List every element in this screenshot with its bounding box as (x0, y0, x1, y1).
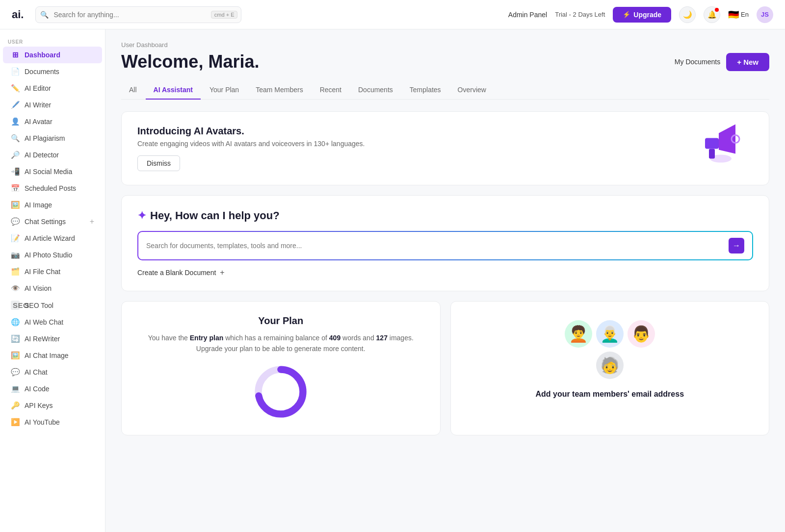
tab-recent[interactable]: Recent (312, 81, 349, 100)
sidebar-item-label: AI Avatar (25, 118, 94, 126)
sidebar-item-label: AI Article Wizard (25, 234, 94, 242)
tab-ai-assistant[interactable]: AI Assistant (146, 81, 201, 100)
my-documents-button[interactable]: My Documents (675, 58, 720, 66)
tabs-bar: All AI Assistant Your Plan Team Members … (121, 81, 769, 100)
sidebar-item-ai-writer[interactable]: 🖊️ AI Writer (3, 97, 102, 113)
tab-all[interactable]: All (121, 81, 145, 100)
notification-dot (715, 8, 719, 12)
user-avatar-button[interactable]: JS (757, 6, 773, 23)
main-content: User Dashboard Welcome, Maria. My Docume… (105, 29, 785, 532)
ai-rewriter-icon: 🔄 (11, 334, 20, 343)
sidebar-item-chat-settings[interactable]: 💬 Chat Settings + (3, 213, 102, 230)
assistant-search-input[interactable] (146, 242, 729, 250)
logo: ai. (12, 8, 24, 21)
sidebar-item-label: AI Writer (25, 101, 94, 109)
seo-tool-icon: SEO (11, 301, 20, 310)
tab-overview[interactable]: Overview (450, 81, 494, 100)
sidebar-item-label: AI Code (25, 385, 94, 393)
admin-panel-link[interactable]: Admin Panel (508, 11, 547, 19)
sidebar-item-label: Dashboard (25, 51, 94, 59)
app-root: ai. 🔍 cmd + E Admin Panel Trial - 2 Days… (0, 0, 785, 532)
assistant-search-bar: → (137, 231, 753, 260)
create-blank-label: Create a Blank Document (137, 269, 216, 277)
sidebar-item-ai-code[interactable]: 💻 AI Code (3, 380, 102, 397)
sidebar-item-ai-file-chat[interactable]: 🗂️ AI File Chat (3, 263, 102, 280)
page-title: Welcome, Maria. (121, 51, 675, 72)
sidebar-item-ai-chat-image[interactable]: 🖼️ AI Chat Image (3, 347, 102, 364)
ai-editor-icon: ✏️ (11, 84, 20, 93)
banner-desc: Create engaging videos with AI avatars a… (137, 140, 753, 148)
svg-marker-2 (719, 124, 735, 153)
sidebar-item-ai-editor[interactable]: ✏️ AI Editor (3, 80, 102, 97)
sidebar-item-label: SEO Tool (25, 302, 94, 309)
sidebar-item-label: AI Plagiarism (25, 134, 94, 142)
ai-social-media-icon: 📲 (11, 167, 20, 176)
sidebar-item-ai-avatar[interactable]: 👤 AI Avatar (3, 113, 102, 130)
sidebar-item-label: AI Web Chat (25, 318, 94, 326)
sparkle-icon: ✦ (137, 209, 146, 222)
chat-settings-plus-icon[interactable]: + (90, 217, 94, 226)
sidebar-item-label: Documents (25, 68, 94, 76)
sidebar-item-api-keys[interactable]: 🔑 API Keys (3, 397, 102, 414)
tab-team-members[interactable]: Team Members (248, 81, 311, 100)
ai-avatar-icon: 👤 (11, 117, 20, 126)
sidebar-item-ai-image[interactable]: 🖼️ AI Image (3, 197, 102, 213)
team-avatars-group: 🧑‍🦱 👨‍🦳 👨 🧓 (561, 315, 659, 384)
sidebar-item-ai-rewriter[interactable]: 🔄 AI ReWriter (3, 330, 102, 347)
new-document-button[interactable]: + New (726, 53, 769, 71)
sidebar-item-label: Chat Settings (25, 218, 85, 226)
language-selector[interactable]: 🇩🇪 En (728, 9, 749, 20)
sidebar-item-seo-tool[interactable]: SEO SEO Tool (3, 297, 102, 314)
sidebar-item-ai-social-media[interactable]: 📲 AI Social Media (3, 163, 102, 180)
team-avatar-2: 👨‍🦳 (596, 320, 624, 348)
chat-settings-icon: 💬 (11, 217, 20, 226)
header-actions: My Documents + New (675, 53, 769, 71)
sidebar-item-label: AI Detector (25, 151, 94, 159)
hey-title-text: Hey, How can I help you? (150, 209, 280, 222)
hey-card: ✦ Hey, How can I help you? → Create a Bl… (121, 195, 769, 291)
upgrade-button[interactable]: ⚡ Upgrade (613, 7, 671, 23)
plan-name: Entry plan (190, 334, 223, 342)
ai-vision-icon: 👁️ (11, 284, 20, 293)
sidebar-item-ai-photo-studio[interactable]: 📷 AI Photo Studio (3, 247, 102, 263)
sidebar-item-ai-youtube[interactable]: ▶️ AI YouTube (3, 414, 102, 431)
sidebar-item-documents[interactable]: 📄 Documents (3, 63, 102, 80)
plan-card-desc: You have the Entry plan which has a rema… (137, 332, 424, 355)
team-avatar-1: 🧑‍🦱 (565, 320, 592, 348)
scheduled-posts-icon: 📅 (11, 184, 20, 193)
plan-card: Your Plan You have the Entry plan which … (121, 301, 441, 435)
svg-point-6 (259, 369, 303, 414)
ai-code-icon: 💻 (11, 384, 20, 393)
svg-rect-4 (709, 149, 715, 158)
tab-templates[interactable]: Templates (402, 81, 449, 100)
sidebar-item-label: AI Social Media (25, 168, 94, 176)
bottom-row: Your Plan You have the Entry plan which … (121, 301, 769, 435)
ai-plagiarism-icon: 🔍 (11, 134, 20, 143)
sidebar-item-label: AI Vision (25, 284, 94, 292)
sidebar-item-ai-web-chat[interactable]: 🌐 AI Web Chat (3, 314, 102, 330)
create-blank-document[interactable]: Create a Blank Document + (137, 268, 753, 277)
tab-your-plan[interactable]: Your Plan (202, 81, 247, 100)
sidebar-item-ai-plagiarism[interactable]: 🔍 AI Plagiarism (3, 130, 102, 147)
sidebar-item-label: AI ReWriter (25, 335, 94, 343)
sidebar-item-scheduled-posts[interactable]: 📅 Scheduled Posts (3, 180, 102, 197)
plan-card-title: Your Plan (137, 315, 424, 327)
sidebar-item-dashboard[interactable]: ⊞ Dashboard (3, 47, 102, 63)
svg-rect-1 (705, 138, 719, 149)
sidebar-item-ai-detector[interactable]: 🔎 AI Detector (3, 147, 102, 163)
dismiss-button[interactable]: Dismiss (137, 155, 180, 171)
ai-image-icon: 🖼️ (11, 201, 20, 209)
search-icon: 🔍 (40, 11, 49, 19)
assistant-search-submit[interactable]: → (729, 238, 744, 253)
notifications-icon[interactable]: 🔔 (704, 6, 720, 23)
dark-mode-toggle[interactable]: 🌙 (679, 6, 696, 23)
sidebar-item-label: AI Editor (25, 84, 94, 92)
ai-writer-icon: 🖊️ (11, 101, 20, 109)
sidebar-item-ai-chat[interactable]: 💬 AI Chat (3, 364, 102, 380)
sidebar-item-ai-article-wizard[interactable]: 📝 AI Article Wizard (3, 230, 102, 247)
hey-title: ✦ Hey, How can I help you? (137, 209, 753, 222)
sidebar-item-ai-vision[interactable]: 👁️ AI Vision (3, 280, 102, 297)
breadcrumb: User Dashboard (121, 41, 769, 49)
tab-documents[interactable]: Documents (350, 81, 401, 100)
lang-label: En (741, 11, 749, 18)
